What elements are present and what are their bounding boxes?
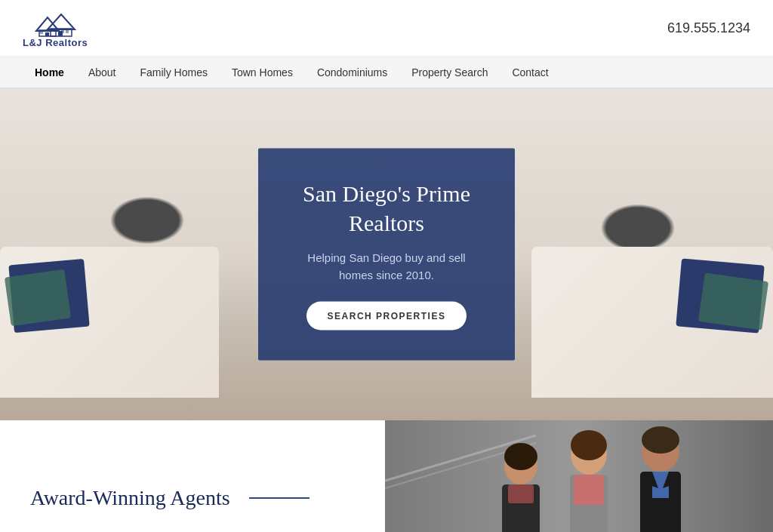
main-nav: Home About Family Homes Town Homes Condo…	[0, 57, 773, 88]
nav-item-about[interactable]: About	[76, 59, 128, 86]
svg-point-17	[571, 430, 607, 460]
svg-rect-7	[61, 30, 64, 33]
nav-item-home[interactable]: Home	[23, 59, 76, 86]
svg-rect-8	[66, 30, 69, 33]
search-properties-button[interactable]: SEARCH PROPERTIES	[306, 302, 467, 331]
hero-overlay-box: San Diego's Prime Realtors Helping San D…	[258, 149, 515, 361]
nav-item-property-search[interactable]: Property Search	[399, 59, 500, 86]
nav-link-property-search[interactable]: Property Search	[399, 59, 500, 86]
svg-rect-15	[508, 484, 534, 503]
nav-link-contact[interactable]: Contact	[500, 59, 560, 86]
svg-rect-6	[40, 31, 43, 34]
hero-subtitle: Helping San Diego buy and sell homes sin…	[296, 250, 477, 284]
award-title: Award-Winning Agents	[30, 486, 362, 510]
logo[interactable]: L&J Realtors	[23, 8, 88, 48]
nav-link-home[interactable]: Home	[23, 59, 76, 86]
bottom-section: Award-Winning Agents	[0, 420, 773, 532]
nav-item-condominiums[interactable]: Condominiums	[305, 59, 399, 86]
phone-number: 619.555.1234	[667, 20, 750, 36]
nav-item-town-homes[interactable]: Town Homes	[220, 59, 305, 86]
award-title-line	[249, 497, 310, 499]
nav-item-contact[interactable]: Contact	[500, 59, 560, 86]
nav-item-family-homes[interactable]: Family Homes	[128, 59, 220, 86]
nav-link-town-homes[interactable]: Town Homes	[220, 59, 305, 86]
site-header: L&J Realtors 619.555.1234	[0, 0, 773, 57]
nav-link-family-homes[interactable]: Family Homes	[128, 59, 220, 86]
hero-title: San Diego's Prime Realtors	[296, 179, 477, 238]
agents-photo	[385, 420, 773, 532]
nav-link-condominiums[interactable]: Condominiums	[305, 59, 399, 86]
sofa-left-decoration	[0, 247, 219, 398]
nav-link-about[interactable]: About	[76, 59, 128, 86]
svg-rect-4	[45, 32, 49, 36]
award-title-text: Award-Winning Agents	[30, 486, 230, 510]
agents-photo-svg	[385, 420, 773, 532]
svg-point-21	[642, 426, 679, 454]
sofa-right-decoration	[531, 247, 773, 398]
logo-text: L&J Realtors	[23, 37, 88, 48]
svg-point-13	[504, 443, 537, 470]
svg-rect-19	[574, 475, 604, 505]
hero-section: San Diego's Prime Realtors Helping San D…	[0, 88, 773, 420]
award-section: Award-Winning Agents	[0, 420, 385, 532]
